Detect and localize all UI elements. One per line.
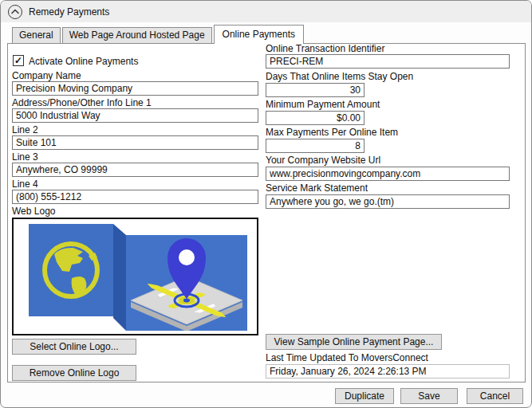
view-sample-payment-page-button[interactable]: View Sample Online Payment Page... [266, 334, 442, 350]
tab-bar: General Web Page Around Hosted Page Onli… [12, 25, 305, 44]
min-payment-label: Minimum Payment Amount [266, 100, 380, 110]
service-mark-label: Service Mark Statement [266, 183, 368, 194]
cancel-button[interactable]: Cancel [467, 388, 523, 404]
company-name-input[interactable] [12, 81, 258, 96]
titlebar: Remedy Payments [1, 1, 531, 22]
days-open-label: Days That Online Items Stay Open [266, 72, 413, 82]
remove-online-logo-button[interactable]: Remove Online Logo [12, 365, 136, 381]
max-payments-input[interactable] [266, 139, 365, 153]
company-logo-image [19, 222, 252, 331]
last-updated-label: Last Time Updated To MoversConnect [266, 353, 428, 363]
logo-fold [113, 224, 126, 331]
address-line4-input[interactable] [12, 190, 258, 204]
address-line1-input[interactable] [12, 108, 258, 123]
tab-general[interactable]: General [12, 27, 61, 44]
activate-online-payments-label: Activate Online Payments [29, 57, 138, 67]
company-name-label: Company Name [12, 71, 81, 81]
address-line2-label: Line 2 [12, 125, 38, 135]
transaction-id-input[interactable] [266, 54, 510, 69]
tab-online-payments[interactable]: Online Payments [214, 25, 304, 44]
duplicate-button[interactable]: Duplicate [335, 388, 394, 404]
activate-online-payments-checkbox[interactable]: ✓ [13, 55, 24, 66]
chevron-up-icon [11, 9, 19, 14]
address-line3-label: Line 3 [12, 152, 38, 163]
last-updated-field [266, 364, 510, 379]
web-logo-label: Web Logo [12, 206, 56, 217]
min-payment-input[interactable] [266, 111, 365, 125]
select-online-logo-button[interactable]: Select Online Logo... [12, 339, 136, 355]
collapse-button[interactable] [8, 5, 22, 19]
address-line2-input[interactable] [12, 135, 258, 150]
remedy-payments-dialog: Remedy Payments General Web Page Around … [0, 0, 532, 408]
address-line1-label: Address/Phone/Other Info Line 1 [12, 98, 152, 108]
dialog-title: Remedy Payments [29, 6, 109, 18]
web-logo-preview [12, 218, 258, 335]
website-url-input[interactable] [266, 167, 510, 181]
logo-left-panel [29, 224, 113, 316]
service-mark-input[interactable] [266, 194, 510, 209]
save-button[interactable]: Save [400, 388, 458, 404]
tab-web-page-around-hosted-page[interactable]: Web Page Around Hosted Page [62, 27, 212, 44]
transaction-id-label: Online Transaction Identifier [266, 44, 384, 54]
days-open-input[interactable] [266, 83, 365, 97]
address-line4-label: Line 4 [12, 179, 38, 190]
checkmark-icon: ✓ [14, 56, 22, 65]
website-url-label: Your Company Website Url [266, 155, 380, 166]
max-payments-label: Max Payments Per Online Item [266, 128, 398, 138]
address-line3-input[interactable] [12, 163, 258, 177]
